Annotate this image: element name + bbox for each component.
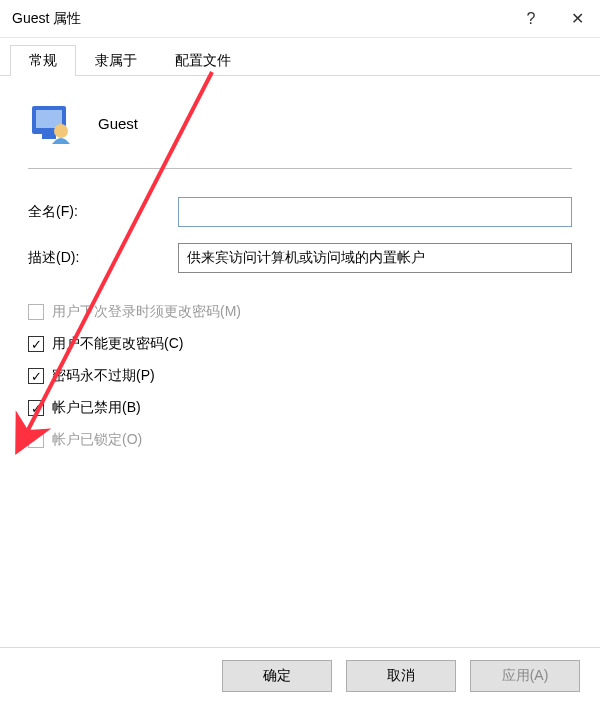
row-description: 描述(D): xyxy=(28,243,572,273)
checkbox-label: 帐户已禁用(B) xyxy=(52,399,141,417)
window-title: Guest 属性 xyxy=(12,10,508,28)
account-display-name: Guest xyxy=(98,115,138,132)
check-cannot-change-password[interactable]: ✓ 用户不能更改密码(C) xyxy=(28,335,572,353)
svg-point-3 xyxy=(54,124,68,138)
cancel-button[interactable]: 取消 xyxy=(346,660,456,692)
account-header: Guest xyxy=(28,94,572,162)
row-full-name: 全名(F): xyxy=(28,197,572,227)
checkbox-icon: ✓ xyxy=(28,400,44,416)
label-description: 描述(D): xyxy=(28,249,178,267)
checkbox-icon xyxy=(28,304,44,320)
check-account-locked: 帐户已锁定(O) xyxy=(28,431,572,449)
tab-memberof[interactable]: 隶属于 xyxy=(76,45,156,76)
titlebar: Guest 属性 ? ✕ xyxy=(0,0,600,38)
checkbox-icon xyxy=(28,432,44,448)
tab-content-general: Guest 全名(F): 描述(D): 用户下次登录时须更改密码(M) ✓ 用户… xyxy=(0,76,600,473)
checkbox-label: 用户不能更改密码(C) xyxy=(52,335,183,353)
tab-profile[interactable]: 配置文件 xyxy=(156,45,250,76)
checkbox-label: 用户下次登录时须更改密码(M) xyxy=(52,303,241,321)
checkbox-group: 用户下次登录时须更改密码(M) ✓ 用户不能更改密码(C) ✓ 密码永不过期(P… xyxy=(28,303,572,449)
dialog-button-bar: 确定 取消 应用(A) xyxy=(0,647,600,692)
checkbox-label: 帐户已锁定(O) xyxy=(52,431,142,449)
check-must-change-password: 用户下次登录时须更改密码(M) xyxy=(28,303,572,321)
user-icon xyxy=(30,100,76,146)
tab-general[interactable]: 常规 xyxy=(10,45,76,76)
divider xyxy=(28,168,572,169)
input-full-name[interactable] xyxy=(178,197,572,227)
check-account-disabled[interactable]: ✓ 帐户已禁用(B) xyxy=(28,399,572,417)
checkbox-icon: ✓ xyxy=(28,368,44,384)
close-button[interactable]: ✕ xyxy=(554,0,600,38)
help-button[interactable]: ? xyxy=(508,0,554,38)
checkbox-icon: ✓ xyxy=(28,336,44,352)
input-description[interactable] xyxy=(178,243,572,273)
checkbox-label: 密码永不过期(P) xyxy=(52,367,155,385)
ok-button[interactable]: 确定 xyxy=(222,660,332,692)
check-password-never-expires[interactable]: ✓ 密码永不过期(P) xyxy=(28,367,572,385)
tab-strip: 常规 隶属于 配置文件 xyxy=(0,38,600,76)
apply-button[interactable]: 应用(A) xyxy=(470,660,580,692)
svg-rect-2 xyxy=(42,134,56,139)
label-full-name: 全名(F): xyxy=(28,203,178,221)
